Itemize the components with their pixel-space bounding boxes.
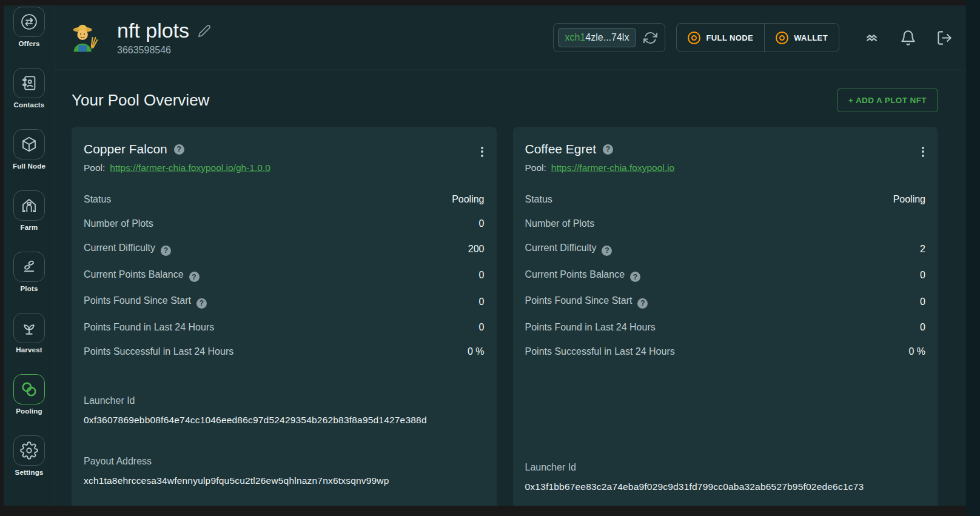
stat-row-number-of-plots: Number of Plots — [525, 212, 926, 236]
help-icon[interactable]: ? — [637, 298, 648, 309]
pool-nft-name: Coffee Egret — [525, 142, 597, 156]
stat-row-current-points-balance: Current Points Balance? 0 — [525, 263, 926, 289]
refresh-address-icon[interactable] — [643, 31, 657, 45]
stat-label: Points Found in Last 24 Hours — [525, 322, 656, 332]
pooling-rings-icon — [13, 374, 45, 404]
full-node-status-button[interactable]: FULL NODE — [677, 24, 764, 52]
wallet-status-button[interactable]: WALLET — [765, 24, 839, 52]
sidebar-item-label: Full Node — [13, 163, 45, 170]
address-prefix: xch1 — [565, 32, 586, 42]
stat-row-status: Status Pooling — [525, 187, 926, 212]
sidebar-item-harvest[interactable]: Harvest — [13, 313, 45, 353]
sidebar-item-label: Farm — [21, 224, 38, 231]
stat-row-points-found-24h: Points Found in Last 24 Hours 0 — [525, 315, 926, 340]
payout-address-label: Payout Address — [84, 456, 485, 467]
stat-value: Pooling — [452, 194, 484, 205]
page-title: Your Pool Overview — [72, 91, 209, 110]
sidebar-item-label: Pooling — [16, 407, 42, 415]
stat-label: Current Difficulty — [525, 243, 597, 253]
wallet-title-block: nft plots 3663598546 — [117, 19, 211, 55]
stat-label: Number of Plots — [84, 218, 153, 229]
pool-url-link[interactable]: https://farmer-chia.foxypool.io/gh-1.0.0 — [110, 163, 270, 173]
sidebar-item-label: Offers — [18, 40, 39, 47]
contacts-book-icon — [13, 68, 45, 98]
stat-label: Current Points Balance — [84, 269, 184, 280]
wallet-name: nft plots — [117, 19, 189, 42]
wallet-status-label: WALLET — [794, 33, 828, 42]
payout-address-value: xch1ta8ehrccesa34wfennyulp9fqu5cu2tl26ew… — [84, 475, 485, 486]
help-icon[interactable]: ? — [196, 298, 207, 309]
stat-row-points-successful-24h: Points Successful in Last 24 Hours 0 % — [525, 340, 926, 364]
address-truncated: 4zle...74lx — [585, 32, 629, 42]
waves-icon[interactable] — [864, 30, 880, 46]
pool-overview-page: Your Pool Overview + ADD A PLOT NFT Copp… — [55, 70, 966, 506]
harvest-sprout-icon — [13, 313, 45, 343]
header-icons — [864, 30, 953, 46]
logout-icon[interactable] — [936, 30, 953, 46]
stat-label: Status — [84, 194, 111, 204]
sidebar-item-label: Plots — [20, 285, 38, 292]
full-node-sync-icon — [688, 32, 700, 44]
app-window: Offers Contacts Full Node — [4, 5, 966, 506]
pool-card-coffee-egret: Coffee Egret ? Pool:https://farmer-chia.… — [513, 127, 938, 506]
stat-row-number-of-plots: Number of Plots 0 — [84, 212, 485, 236]
main-column: nft plots 3663598546 xch14zle...74lx — [55, 5, 966, 506]
pool-url-link[interactable]: https://farmer-chia.foxypool.io — [551, 163, 674, 173]
topbar: nft plots 3663598546 xch14zle...74lx — [55, 5, 966, 70]
full-node-status-label: FULL NODE — [706, 33, 753, 42]
pool-url-row: Pool:https://farmer-chia.foxypool.io/gh-… — [84, 163, 485, 173]
help-icon[interactable]: ? — [174, 144, 184, 155]
pool-url-row: Pool:https://farmer-chia.foxypool.io — [525, 163, 926, 173]
stat-label: Current Points Balance — [525, 269, 625, 280]
stat-label: Current Difficulty — [84, 243, 155, 253]
add-plot-nft-button[interactable]: + ADD A PLOT NFT — [837, 89, 938, 112]
sidebar-item-plots[interactable]: Plots — [13, 252, 45, 292]
sidebar-item-offers[interactable]: Offers — [13, 7, 45, 47]
receive-address-chip[interactable]: xch14zle...74lx — [558, 28, 637, 47]
stat-row-current-points-balance: Current Points Balance? 0 — [84, 263, 485, 289]
pool-card-copper-falcon: Copper Falcon ? Pool:https://farmer-chia… — [72, 127, 497, 506]
notifications-bell-icon[interactable] — [900, 30, 916, 46]
sidebar-item-label: Contacts — [14, 101, 45, 109]
settings-gear-icon — [13, 435, 45, 466]
help-icon[interactable]: ? — [602, 246, 612, 256]
card-menu-kebab-icon[interactable] — [918, 141, 928, 162]
stat-row-status: Status Pooling — [84, 187, 485, 212]
edit-pencil-icon[interactable] — [198, 24, 211, 38]
launcher-id-label: Launcher Id — [525, 462, 926, 473]
help-icon[interactable]: ? — [630, 272, 640, 282]
stat-label: Points Found Since Start — [525, 295, 633, 306]
stat-row-points-found-since-start: Points Found Since Start? 0 — [84, 289, 485, 315]
pool-label: Pool: — [84, 163, 105, 173]
sidebar-item-contacts[interactable]: Contacts — [13, 68, 45, 109]
sidebar-item-settings[interactable]: Settings — [13, 435, 45, 476]
card-menu-kebab-icon[interactable] — [477, 141, 487, 162]
launcher-id-value: 0x13f1bb67ee83c2a74eba9f029c9d31fd799cc0… — [525, 481, 926, 492]
stat-row-points-found-24h: Points Found in Last 24 Hours 0 — [84, 315, 485, 340]
stat-label: Points Found Since Start — [84, 295, 191, 306]
help-icon[interactable]: ? — [189, 272, 200, 282]
sidebar-item-farm[interactable]: Farm — [13, 190, 45, 231]
sidebar: Offers Contacts Full Node — [4, 5, 55, 506]
wallet-sync-icon — [776, 32, 788, 44]
sidebar-item-pooling[interactable]: Pooling — [13, 374, 45, 415]
stat-value: Pooling — [893, 194, 925, 205]
help-icon[interactable]: ? — [161, 246, 171, 256]
stat-row-points-found-since-start: Points Found Since Start? 0 — [525, 289, 926, 315]
help-icon[interactable]: ? — [603, 144, 613, 155]
stat-value: 0 — [479, 297, 485, 307]
stat-row-current-difficulty: Current Difficulty? 200 — [84, 236, 485, 263]
sidebar-item-full-node[interactable]: Full Node — [13, 129, 45, 170]
farm-barn-icon — [13, 190, 45, 221]
stat-label: Points Found in Last 24 Hours — [84, 322, 214, 332]
wallet-fingerprint: 3663598546 — [117, 45, 211, 56]
full-node-cube-icon — [13, 129, 45, 159]
stat-value: 0 — [920, 322, 925, 333]
stat-value: 200 — [468, 244, 485, 255]
stat-label: Points Successful in Last 24 Hours — [525, 346, 675, 357]
stat-value: 0 % — [908, 346, 925, 357]
stat-row-points-successful-24h: Points Successful in Last 24 Hours 0 % — [84, 340, 485, 364]
stat-label: Status — [525, 194, 552, 204]
stat-value: 0 — [479, 322, 485, 333]
stat-value: 0 — [920, 297, 925, 307]
